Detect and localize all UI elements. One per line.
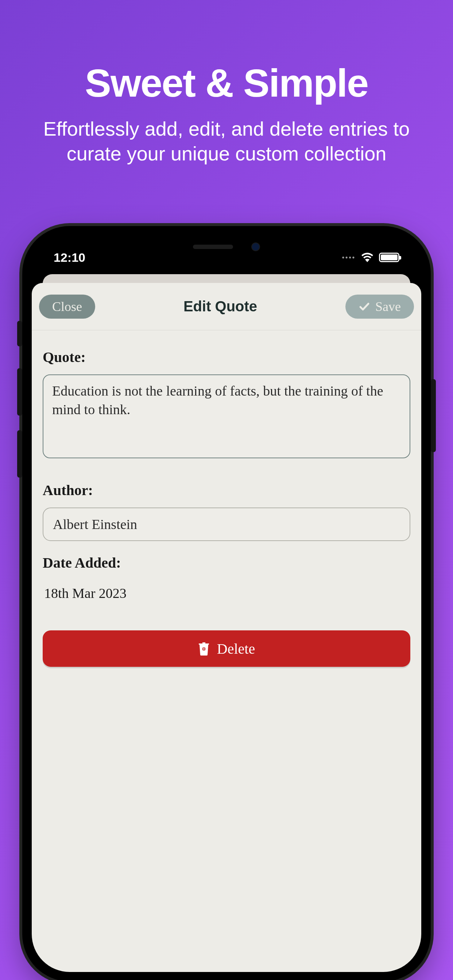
phone-frame: 12:10 ••••	[22, 226, 431, 980]
promo-header: Sweet & Simple Effortlessly add, edit, a…	[0, 0, 453, 166]
trash-icon	[198, 642, 210, 655]
wifi-icon	[361, 253, 374, 262]
save-button[interactable]: Save	[345, 294, 414, 319]
edit-sheet: Close Edit Quote Save Quote:	[32, 283, 421, 972]
notch	[148, 235, 305, 258]
promo-title: Sweet & Simple	[0, 60, 453, 106]
author-label: Author:	[43, 482, 410, 499]
status-time: 12:10	[54, 250, 85, 265]
sheet-header: Close Edit Quote Save	[32, 283, 421, 330]
sheet-title: Edit Quote	[183, 298, 257, 315]
date-label: Date Added:	[43, 554, 410, 571]
delete-button[interactable]: Delete	[43, 630, 410, 667]
phone-screen: 12:10 ••••	[32, 235, 421, 972]
quote-label: Quote:	[43, 348, 410, 366]
close-button[interactable]: Close	[39, 294, 95, 319]
promo-subtitle: Effortlessly add, edit, and delete entri…	[0, 117, 453, 166]
signal-dots-icon: ••••	[342, 254, 356, 261]
quote-textarea[interactable]	[43, 374, 410, 458]
date-value: 18th Mar 2023	[43, 580, 410, 601]
battery-icon	[379, 253, 399, 262]
form-content: Quote: Author: Date Added: 18th Mar 2023	[32, 330, 421, 678]
author-input[interactable]	[43, 508, 410, 541]
check-icon	[359, 301, 370, 312]
